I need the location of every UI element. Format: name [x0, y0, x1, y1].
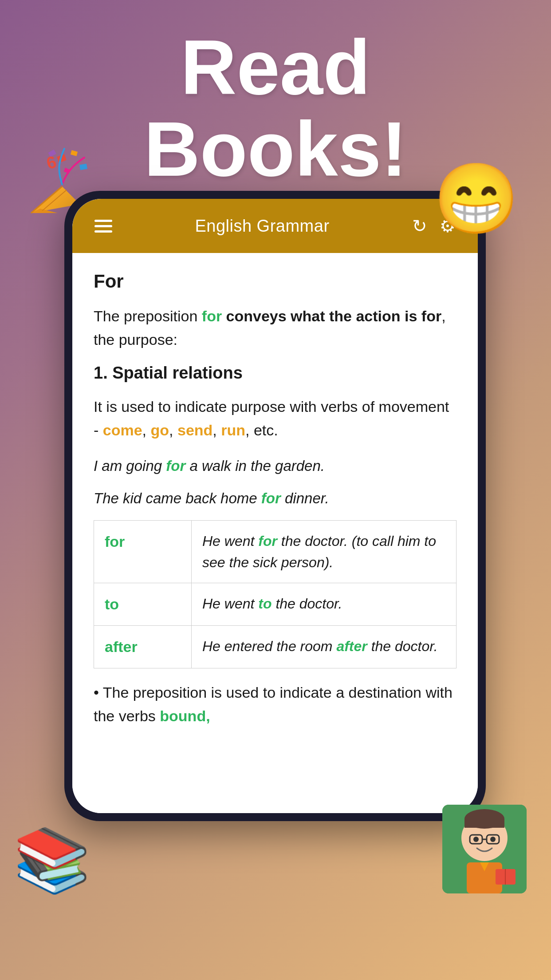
student-character	[442, 805, 527, 893]
books-decoration: 📚	[13, 829, 91, 891]
svg-text:6: 6	[44, 152, 58, 173]
keyword-for-table: for	[258, 533, 277, 549]
table-example-for: He went for the doctor. (to call him to …	[192, 521, 457, 583]
app-header: English Grammar ↻ ⚙	[72, 199, 478, 253]
keyword-bound: bound,	[160, 707, 210, 724]
example2: The kid came back home for dinner.	[94, 487, 457, 510]
section1-heading: 1. Spatial relations	[94, 364, 457, 383]
phone-screen: English Grammar ↻ ⚙ For The preposition …	[72, 199, 478, 813]
table-row: for He went for the doctor. (to call him…	[94, 521, 457, 583]
table-keyword-for: for	[94, 521, 192, 583]
keyword-after-table: after	[336, 638, 367, 654]
table-row: to He went to the doctor.	[94, 583, 457, 626]
verb-send: send	[177, 422, 213, 439]
grammar-table: for He went for the doctor. (to call him…	[94, 520, 457, 668]
example1: I am going for a walk in the garden.	[94, 454, 457, 477]
headline-line1: Read	[181, 24, 370, 111]
keyword-for-ex1: for	[166, 458, 185, 474]
svg-rect-6	[79, 164, 87, 170]
phone-mockup: English Grammar ↻ ⚙ For The preposition …	[64, 191, 486, 821]
verb-come: come	[103, 422, 142, 439]
svg-point-17	[473, 837, 479, 842]
intro-pre: The preposition	[94, 308, 202, 324]
table-example-after: He entered the room after the doctor.	[192, 626, 457, 668]
keyword-for-ex2: for	[261, 490, 281, 506]
verb-go: go	[151, 422, 169, 439]
svg-rect-5	[71, 150, 78, 156]
keyword-to-table: to	[258, 596, 272, 612]
verb-run: run	[221, 422, 245, 439]
app-title: English Grammar	[195, 217, 329, 236]
content-area: For The preposition for conveys what the…	[72, 253, 478, 813]
menu-button[interactable]	[94, 220, 112, 233]
svg-point-18	[490, 837, 496, 842]
table-row: after He entered the room after the doct…	[94, 626, 457, 668]
bottom-bullet-content: • The preposition is used to indicate a …	[94, 681, 457, 727]
intro-paragraph: The preposition for conveys what the act…	[94, 304, 457, 351]
section1-para: It is used to indicate purpose with verb…	[94, 395, 457, 442]
table-keyword-after: after	[94, 626, 192, 668]
keyword-for-intro: for	[202, 308, 222, 324]
emoji-decoration: 😁	[433, 164, 511, 242]
table-example-to: He went to the doctor.	[192, 583, 457, 626]
headline-line2: Books!	[144, 106, 407, 192]
table-keyword-to: to	[94, 583, 192, 626]
refresh-icon[interactable]: ↻	[412, 216, 427, 236]
svg-rect-13	[464, 819, 504, 828]
main-heading: For	[94, 271, 457, 292]
